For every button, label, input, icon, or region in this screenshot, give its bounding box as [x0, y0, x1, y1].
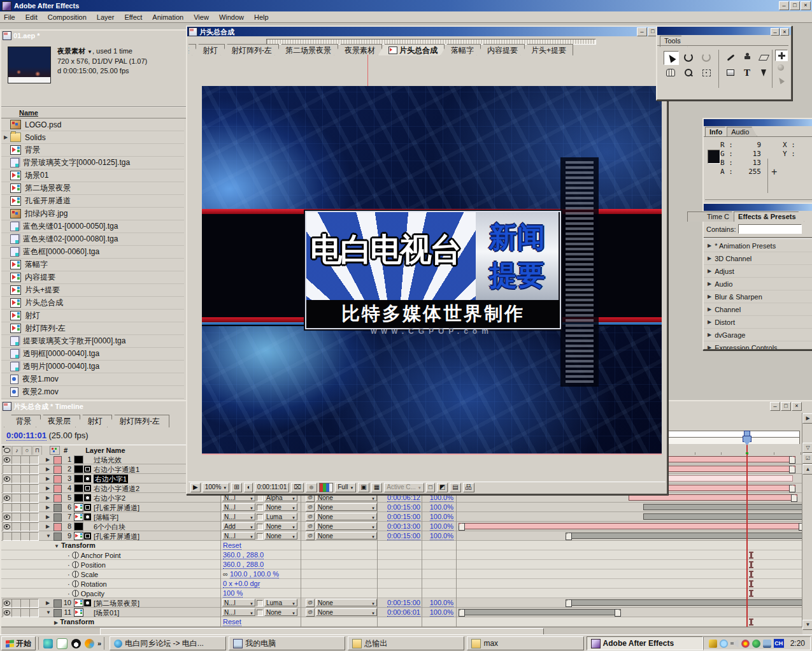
- project-item[interactable]: 透明框[0000-0040].tga: [1, 348, 184, 361]
- menu-item[interactable]: Composition: [48, 13, 87, 21]
- layer-duration-bar[interactable]: [566, 599, 802, 606]
- timeline-layer-row[interactable]: ▶ 7 [落幅字] N...l Luma @ None 0:00:15:00: [1, 512, 802, 522]
- comp-viewer-canvas[interactable]: 新闻 提要 电白电视台 比特多媒体世界制作 www.CGPOP.com: [202, 86, 662, 454]
- parent-pickwhip-icon[interactable]: @: [306, 513, 315, 521]
- layer-name[interactable]: 右边小字1: [94, 475, 128, 484]
- timeline-button[interactable]: ▤: [450, 483, 460, 492]
- project-item[interactable]: LOGO.psd: [1, 118, 184, 131]
- task-button[interactable]: 我的电脑: [229, 636, 345, 650]
- track-matte-dropdown[interactable]: None: [264, 503, 297, 511]
- switches-icon[interactable]: [50, 446, 60, 455]
- tab-time-controls[interactable]: Time C: [687, 211, 737, 222]
- menu-item[interactable]: Edit: [25, 13, 38, 21]
- comp-tab[interactable]: 片头总合成: [378, 44, 445, 55]
- tab-audio[interactable]: Audio: [727, 127, 757, 137]
- parent-pickwhip-icon[interactable]: @: [306, 532, 315, 540]
- preserve-transparency-checkbox[interactable]: [257, 514, 263, 520]
- layer-stretch[interactable]: 100.0%: [424, 608, 453, 616]
- timecode-value[interactable]: 0:00:11:01: [6, 431, 46, 441]
- effects-category[interactable]: ▶ Blur & Sharpen: [704, 290, 812, 303]
- rotation-tool[interactable]: [681, 51, 695, 64]
- always-preview-button[interactable]: ▶: [190, 483, 201, 492]
- effects-category[interactable]: ▶ Audio: [704, 278, 812, 290]
- track-matte-dropdown[interactable]: Luma: [264, 599, 297, 606]
- timeline-layer-row[interactable]: ▶ 8 6个小白块 Add None @ None 0:00:13:00: [1, 522, 802, 531]
- project-item[interactable]: 透明片[0000-0040].tga: [1, 361, 184, 373]
- project-item[interactable]: 扣绿内容.jpg: [1, 208, 184, 220]
- transparency-grid-icon[interactable]: ▦: [371, 483, 382, 492]
- local-axis-mode[interactable]: [775, 50, 788, 61]
- safe-zones-icon[interactable]: ⊞: [231, 483, 241, 492]
- current-time-indicator[interactable]: [742, 431, 751, 444]
- preserve-transparency-checkbox[interactable]: [257, 524, 263, 530]
- project-item[interactable]: 夜景2.mov: [1, 386, 184, 399]
- effects-category[interactable]: ▶ Expression Controls: [704, 341, 812, 349]
- flowchart-icon[interactable]: 品: [463, 483, 474, 492]
- current-time-display[interactable]: 0:00:11:01 (25.00 fps): [6, 431, 89, 440]
- scroll-down-icon[interactable]: ▼: [802, 620, 812, 630]
- selection-tool[interactable]: [664, 51, 679, 65]
- comp-tab[interactable]: 落幅字: [440, 44, 481, 55]
- pixel-aspect-icon[interactable]: ◩: [437, 483, 448, 492]
- project-item[interactable]: 片头+提要: [1, 284, 184, 297]
- comp-tab[interactable]: 夜景素材: [334, 44, 382, 55]
- opacity-value[interactable]: 100 %: [223, 589, 243, 597]
- parent-dropdown[interactable]: None: [316, 522, 377, 530]
- tray-scheduler-icon[interactable]: [720, 640, 728, 648]
- expand-triangle-icon[interactable]: ▶: [708, 319, 711, 325]
- view-axis-mode[interactable]: [775, 75, 787, 85]
- media-player-icon[interactable]: [85, 639, 94, 648]
- world-axis-mode[interactable]: [775, 62, 787, 73]
- parent-dropdown[interactable]: None: [316, 513, 377, 520]
- rotation-value[interactable]: 0 x +0.0 dgr: [223, 580, 260, 587]
- region-of-interest-icon[interactable]: ▣: [358, 483, 369, 492]
- project-item[interactable]: 背景: [1, 144, 184, 157]
- eye-toggle[interactable]: [3, 465, 12, 474]
- resolution-dropdown[interactable]: Full: [335, 483, 356, 492]
- project-item[interactable]: 射灯阵列-左: [1, 322, 184, 335]
- parent-pickwhip-icon[interactable]: @: [306, 608, 315, 617]
- parent-dropdown[interactable]: None: [316, 503, 377, 511]
- layer-number-header[interactable]: #: [64, 447, 68, 454]
- expand-triangle-icon[interactable]: ▶: [708, 268, 711, 274]
- mask-visibility-icon[interactable]: ◖: [244, 483, 253, 492]
- blend-mode-dropdown[interactable]: Add: [222, 522, 255, 530]
- expand-triangle-icon[interactable]: ▶: [708, 345, 711, 349]
- effects-category[interactable]: ▶ Distort: [704, 316, 812, 329]
- layer-name-header[interactable]: Layer Name: [85, 447, 125, 454]
- expand-triangle-icon[interactable]: ▶: [708, 243, 711, 248]
- anchor-point-value[interactable]: 360.0 , 288.0: [223, 551, 264, 559]
- audio-toggle[interactable]: [11, 455, 21, 464]
- rectangle-tool[interactable]: [723, 66, 737, 79]
- task-button[interactable]: 电白同乡论坛 -> 电白...: [110, 636, 226, 650]
- close-icon[interactable]: [792, 402, 802, 411]
- project-item[interactable]: 蓝色夹缝01-[0000-0050].tga: [1, 220, 184, 233]
- lock-toggle[interactable]: [29, 484, 39, 493]
- layer-duration-bar[interactable]: [459, 609, 621, 615]
- solo-icon[interactable]: ○: [22, 446, 32, 455]
- layer-name[interactable]: 右边小字通道2: [94, 484, 139, 494]
- comp-tab[interactable]: 片头+提要: [520, 44, 573, 55]
- comp-tab[interactable]: 第二场景夜景: [274, 44, 338, 55]
- solo-toggle[interactable]: [20, 465, 30, 474]
- layer-stretch[interactable]: 100.0%: [424, 532, 453, 540]
- close-icon[interactable]: [780, 28, 789, 36]
- eraser-tool[interactable]: [757, 51, 771, 64]
- layer-stretch[interactable]: 100.0%: [424, 522, 453, 530]
- menu-item[interactable]: View: [194, 13, 209, 21]
- comp-button[interactable]: ▶: [802, 413, 812, 424]
- project-item[interactable]: 夜景1.mov: [1, 373, 184, 386]
- current-time-line[interactable]: [746, 444, 748, 627]
- eye-toggle[interactable]: [3, 475, 12, 483]
- project-item[interactable]: 内容提要: [1, 271, 184, 284]
- effects-category[interactable]: ▶ * Animation Presets: [704, 240, 812, 252]
- tab-info[interactable]: Info: [705, 127, 730, 137]
- menu-item[interactable]: Layer: [97, 13, 115, 21]
- volume-icon[interactable]: [730, 640, 739, 648]
- timeline-layer-row[interactable]: ▼ 9 [孔雀开屏通道] N...l None @ None 0:00:15:: [1, 531, 802, 541]
- position-row[interactable]: ·Position 360.0 , 288.0: [1, 560, 802, 569]
- project-item[interactable]: 蓝色框[0000-0060].tga: [1, 246, 184, 259]
- comp-tab[interactable]: 射灯阵列-左: [220, 44, 279, 55]
- layer-expand-triangle[interactable]: ▶: [46, 476, 50, 482]
- eye-toggle[interactable]: [3, 455, 12, 464]
